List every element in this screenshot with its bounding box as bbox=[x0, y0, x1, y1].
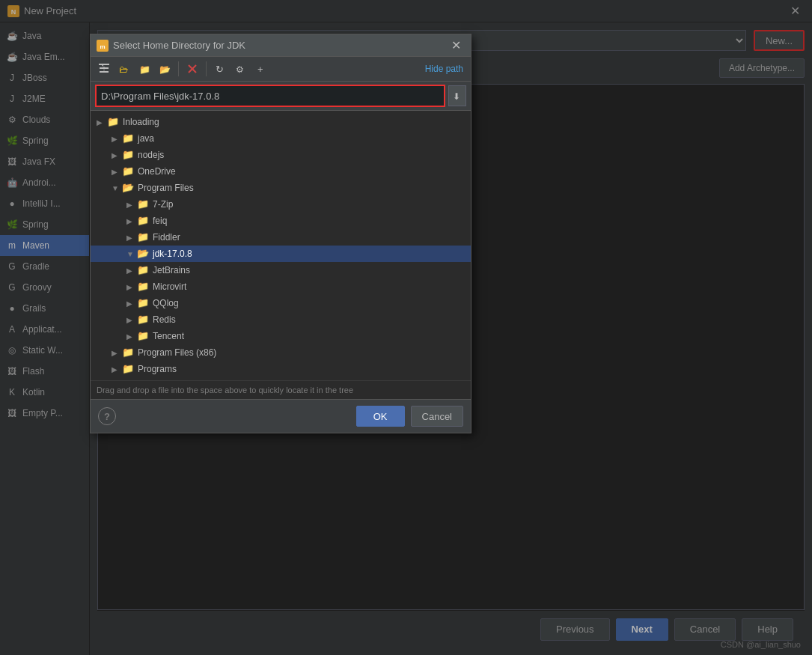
tree-arrow-2: ▶ bbox=[112, 151, 122, 159]
tree-item-11[interactable]: ▶ 📁 QQlog bbox=[91, 295, 471, 311]
path-input-wrapper bbox=[95, 85, 445, 107]
tree-label-15: Programs bbox=[138, 364, 177, 374]
tree-arrow-8: ▼ bbox=[126, 250, 137, 258]
tree-arrow-9: ▶ bbox=[126, 266, 137, 275]
tree-arrow-1: ▶ bbox=[112, 135, 122, 143]
tree-item-13[interactable]: ▶ 📁 Tencent bbox=[91, 328, 471, 344]
svg-text:+: + bbox=[257, 64, 263, 75]
up-directory-button[interactable]: ↑ bbox=[95, 60, 113, 78]
add-root-button[interactable]: + bbox=[251, 60, 269, 78]
tree-arrow-13: ▶ bbox=[126, 332, 137, 341]
tree-folder-icon-13: 📁 bbox=[137, 330, 149, 342]
tree-folder-icon-10: 📁 bbox=[137, 281, 149, 293]
tree-item-8[interactable]: ▼ 📂 jdk-17.0.8 bbox=[91, 246, 471, 262]
tree-arrow-3: ▶ bbox=[112, 168, 122, 176]
tree-label-7: Fiddler bbox=[153, 232, 180, 243]
tree-arrow-6: ▶ bbox=[126, 217, 137, 225]
file-tree: ▶ 📁 Inloading ▶ 📁 java ▶ 📁 nodejs ▶ 📁 On… bbox=[91, 111, 471, 380]
tree-label-13: Tencent bbox=[153, 331, 184, 341]
tree-label-3: OneDrive bbox=[138, 166, 176, 177]
tree-arrow-10: ▶ bbox=[126, 283, 137, 291]
tree-folder-icon-12: 📁 bbox=[137, 314, 149, 326]
path-download-button[interactable]: ⬇ bbox=[448, 85, 466, 106]
tree-arrow-5: ▶ bbox=[126, 201, 137, 209]
dialog-overlay: m Select Home Directory for JDK ✕ ↑ bbox=[0, 0, 812, 655]
tree-label-14: Program Files (x86) bbox=[138, 347, 216, 358]
tree-folder-icon-5: 📁 bbox=[137, 198, 149, 210]
tree-item-4[interactable]: ▼ 📂 Program Files bbox=[91, 180, 471, 196]
tree-folder-icon-7: 📁 bbox=[137, 231, 149, 243]
tree-folder-icon-14: 📁 bbox=[122, 347, 134, 359]
tree-label-6: feiq bbox=[153, 216, 167, 226]
tree-folder-icon-4: 📂 bbox=[122, 182, 134, 194]
tree-label-5: 7-Zip bbox=[153, 199, 173, 210]
tree-item-3[interactable]: ▶ 📁 OneDrive bbox=[91, 163, 471, 180]
svg-text:↑: ↑ bbox=[102, 64, 106, 73]
path-row: ⬇ bbox=[91, 82, 471, 111]
tree-item-1[interactable]: ▶ 📁 java bbox=[91, 130, 471, 147]
tree-label-4: Program Files bbox=[138, 183, 194, 193]
dialog-toolbar: ↑ 🗁 📁 📂 bbox=[91, 57, 471, 82]
tree-label-10: Microvirt bbox=[153, 281, 186, 292]
dialog-icon: m bbox=[97, 40, 109, 52]
tree-folder-icon-0: 📁 bbox=[107, 116, 119, 128]
tree-folder-icon-2: 📁 bbox=[122, 149, 134, 161]
svg-text:📂: 📂 bbox=[159, 64, 171, 75]
tree-folder-icon-6: 📁 bbox=[137, 215, 149, 227]
tree-arrow-14: ▶ bbox=[112, 349, 122, 357]
tree-arrow-4: ▼ bbox=[112, 184, 122, 192]
tree-item-9[interactable]: ▶ 📁 JetBrains bbox=[91, 262, 471, 278]
dialog-cancel-button[interactable]: Cancel bbox=[411, 406, 463, 427]
svg-text:⚙: ⚙ bbox=[236, 64, 244, 75]
tree-folder-icon-3: 📁 bbox=[122, 165, 134, 177]
tree-item-5[interactable]: ▶ 📁 7-Zip bbox=[91, 196, 471, 213]
tree-label-9: JetBrains bbox=[153, 265, 190, 275]
path-input[interactable] bbox=[97, 86, 444, 106]
tree-label-1: java bbox=[138, 133, 154, 144]
main-window: N New Project ✕ ☕ Java ☕ Java Em... J JB… bbox=[0, 0, 812, 655]
svg-text:⬇: ⬇ bbox=[453, 91, 460, 101]
tree-item-12[interactable]: ▶ 📁 Redis bbox=[91, 311, 471, 328]
tree-folder-icon-9: 📁 bbox=[137, 264, 149, 276]
new-folder-button[interactable]: 📁 bbox=[135, 60, 153, 78]
separator-2 bbox=[206, 61, 207, 76]
svg-text:📁: 📁 bbox=[139, 64, 150, 75]
svg-text:↻: ↻ bbox=[216, 64, 224, 75]
tree-label-0: Inloading bbox=[123, 117, 159, 127]
tree-label-2: nodejs bbox=[138, 150, 164, 160]
tree-arrow-11: ▶ bbox=[126, 299, 137, 308]
drag-hint: Drag and drop a file into the space abov… bbox=[91, 380, 471, 399]
tree-item-10[interactable]: ▶ 📁 Microvirt bbox=[91, 278, 471, 295]
tree-arrow-7: ▶ bbox=[126, 234, 137, 242]
tree-label-8: jdk-17.0.8 bbox=[153, 249, 192, 259]
dialog-bottom-bar: ? OK Cancel bbox=[91, 399, 471, 433]
delete-button[interactable] bbox=[183, 60, 201, 78]
tree-folder-icon-11: 📁 bbox=[137, 297, 149, 309]
tree-arrow-0: ▶ bbox=[97, 118, 107, 127]
tree-item-6[interactable]: ▶ 📁 feiq bbox=[91, 213, 471, 229]
dialog-title-bar: m Select Home Directory for JDK ✕ bbox=[91, 34, 471, 57]
tree-label-12: Redis bbox=[153, 314, 176, 325]
settings-button[interactable]: ⚙ bbox=[231, 60, 249, 78]
file-chooser-dialog: m Select Home Directory for JDK ✕ ↑ bbox=[90, 34, 471, 433]
tree-arrow-12: ▶ bbox=[126, 316, 137, 324]
dialog-close-button[interactable]: ✕ bbox=[448, 37, 465, 54]
hide-path-button[interactable]: Hide path bbox=[422, 62, 466, 76]
help-circle-button[interactable]: ? bbox=[98, 407, 116, 425]
tree-item-0[interactable]: ▶ 📁 Inloading bbox=[91, 114, 471, 130]
expand-folder-button[interactable]: 📂 bbox=[156, 60, 174, 78]
tree-item-15[interactable]: ▶ 📁 Programs bbox=[91, 361, 471, 377]
folder-view-button[interactable]: 🗁 bbox=[115, 60, 133, 78]
refresh-button[interactable]: ↻ bbox=[211, 60, 229, 78]
tree-arrow-15: ▶ bbox=[112, 365, 122, 374]
separator-1 bbox=[178, 61, 179, 76]
tree-folder-icon-1: 📁 bbox=[122, 132, 134, 144]
tree-item-7[interactable]: ▶ 📁 Fiddler bbox=[91, 229, 471, 246]
dialog-ok-button[interactable]: OK bbox=[356, 406, 405, 427]
tree-folder-icon-8: 📂 bbox=[137, 248, 149, 260]
tree-item-14[interactable]: ▶ 📁 Program Files (x86) bbox=[91, 344, 471, 361]
svg-text:🗁: 🗁 bbox=[119, 64, 128, 75]
tree-folder-icon-15: 📁 bbox=[122, 363, 134, 375]
dialog-title: Select Home Directory for JDK bbox=[113, 40, 448, 51]
tree-item-2[interactable]: ▶ 📁 nodejs bbox=[91, 147, 471, 163]
